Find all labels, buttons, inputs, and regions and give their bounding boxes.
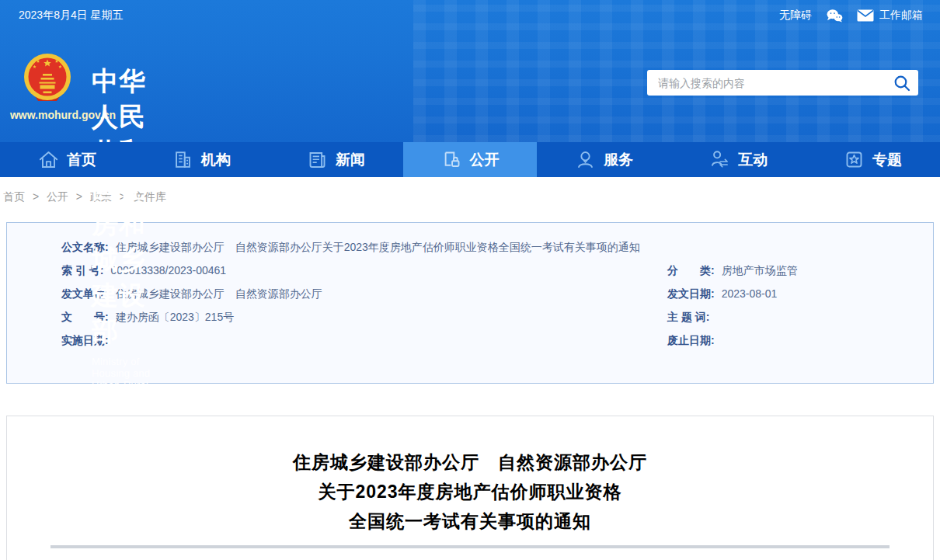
nav-tab-label: 互动 bbox=[738, 150, 768, 170]
meta-label: 发文日期: bbox=[667, 287, 715, 300]
current-date: 2023年8月4日 星期五 bbox=[19, 9, 124, 23]
top-bar: 2023年8月4日 星期五 无障碍 bbox=[0, 0, 940, 31]
nav-tab-topics[interactable]: 专题 bbox=[806, 142, 940, 177]
meta-value: 房地产市场监管 bbox=[722, 264, 798, 277]
work-email-label: 工作邮箱 bbox=[879, 9, 923, 23]
document-title-line: 全国统一考试有关事项的通知 bbox=[7, 506, 933, 536]
wechat-icon[interactable] bbox=[826, 9, 843, 23]
nav-tab-interaction[interactable]: 互动 bbox=[671, 142, 806, 177]
nav-tab-label: 新闻 bbox=[336, 150, 365, 170]
breadcrumb-separator: > bbox=[76, 190, 82, 203]
site-title-block: 中华人民共和国住房和城乡建设部 Ministry of Housing and … bbox=[92, 64, 153, 449]
document-title: 住房城乡建设部办公厅 自然资源部办公厅 关于2023年度房地产估价师职业资格 全… bbox=[7, 447, 933, 536]
national-emblem-icon bbox=[23, 53, 71, 109]
interaction-icon bbox=[709, 149, 730, 170]
home-icon bbox=[38, 149, 59, 170]
work-email-link[interactable]: 工作邮箱 bbox=[857, 9, 923, 23]
nav-tab-organization[interactable]: 机构 bbox=[134, 142, 269, 177]
search-box bbox=[647, 70, 918, 96]
document-title-line: 住房城乡建设部办公厅 自然资源部办公厅 bbox=[7, 447, 933, 477]
nav-tab-label: 公开 bbox=[470, 150, 500, 170]
topbar-links: 无障碍 bbox=[779, 9, 923, 23]
nav-tab-label: 首页 bbox=[67, 150, 96, 170]
meta-row-repeal-date: 废止日期: bbox=[667, 332, 917, 349]
nav-tab-label: 专题 bbox=[872, 150, 902, 170]
meta-label: 主 题 词: bbox=[667, 311, 709, 323]
breadcrumb-home[interactable]: 首页 bbox=[3, 190, 25, 203]
nav-tab-news[interactable]: 新闻 bbox=[269, 142, 403, 177]
meta-column-right: 分 类:房地产市场监管 发文日期:2023-08-01 主 题 词: 废止日期: bbox=[667, 263, 917, 356]
disclosure-icon bbox=[441, 149, 462, 170]
site-header: www.mohurd.gov.cn 中华人民共和国住房和城乡建设部 Minist… bbox=[0, 31, 940, 142]
site-subtitle: Ministry of Housing and Urban-Rural Deve… bbox=[92, 356, 153, 449]
accessibility-label: 无障碍 bbox=[779, 9, 812, 23]
services-icon bbox=[575, 149, 596, 170]
document-divider bbox=[50, 545, 890, 548]
main-nav: 首页 机构 新闻 公开 服务 bbox=[0, 142, 940, 177]
accessibility-link[interactable]: 无障碍 bbox=[779, 9, 812, 23]
mail-icon bbox=[857, 9, 874, 22]
topics-icon bbox=[844, 149, 865, 170]
breadcrumb-separator: > bbox=[33, 190, 39, 203]
meta-row-subject-terms: 主 题 词: bbox=[667, 309, 917, 325]
masthead: 2023年8月4日 星期五 无障碍 bbox=[0, 0, 940, 142]
news-icon bbox=[307, 149, 328, 170]
nav-tab-home[interactable]: 首页 bbox=[0, 142, 134, 177]
search-input[interactable] bbox=[658, 77, 893, 89]
nav-tab-label: 机构 bbox=[201, 150, 231, 170]
meta-value: 住房城乡建设部办公厅 自然资源部办公厅关于2023年度房地产估价师职业资格全国统… bbox=[116, 241, 640, 253]
breadcrumb-disclosure[interactable]: 公开 bbox=[47, 190, 68, 203]
nav-tab-services[interactable]: 服务 bbox=[537, 142, 671, 177]
search-icon[interactable] bbox=[893, 75, 910, 92]
meta-label: 分 类: bbox=[667, 264, 715, 277]
organization-icon bbox=[172, 149, 193, 170]
meta-value: 2023-08-01 bbox=[722, 287, 778, 300]
site-title: 中华人民共和国住房和城乡建设部 bbox=[92, 64, 153, 350]
nav-tab-disclosure[interactable]: 公开 bbox=[403, 142, 538, 177]
meta-row-document-name: 公文名称:住房城乡建设部办公厅 自然资源部办公厅关于2023年度房地产估价师职业… bbox=[61, 239, 917, 256]
meta-label: 废止日期: bbox=[667, 334, 715, 346]
meta-row-issue-date: 发文日期:2023-08-01 bbox=[667, 286, 917, 302]
document-title-line: 关于2023年度房地产估价师职业资格 bbox=[7, 477, 933, 506]
meta-row-category: 分 类:房地产市场监管 bbox=[667, 263, 917, 279]
nav-tab-label: 服务 bbox=[604, 150, 633, 170]
